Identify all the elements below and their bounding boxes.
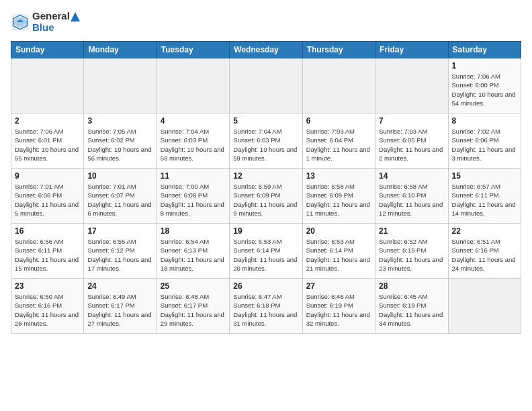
svg-marker-3 [71,12,80,21]
calendar-cell: 24Sunrise: 6:49 AM Sunset: 6:17 PM Dayli… [84,279,157,334]
day-number: 5 [233,116,298,126]
day-number: 23 [15,281,80,291]
day-number: 16 [15,226,80,236]
calendar-cell: 7Sunrise: 7:03 AM Sunset: 6:05 PM Daylig… [375,113,448,169]
week-row-5: 23Sunrise: 6:50 AM Sunset: 6:16 PM Dayli… [11,279,521,334]
calendar-cell: 26Sunrise: 6:47 AM Sunset: 6:18 PM Dayli… [230,279,302,334]
day-info: Sunrise: 7:03 AM Sunset: 6:04 PM Dayligh… [306,127,371,163]
calendar-cell [157,58,229,113]
day-number: 19 [233,226,298,236]
calendar-cell: 25Sunrise: 6:48 AM Sunset: 6:17 PM Dayli… [157,279,229,334]
calendar-cell: 4Sunrise: 7:04 AM Sunset: 6:03 PM Daylig… [157,113,229,169]
day-number: 28 [379,281,444,291]
day-info: Sunrise: 6:53 AM Sunset: 6:14 PM Dayligh… [306,237,371,273]
day-info: Sunrise: 6:59 AM Sunset: 6:09 PM Dayligh… [233,182,298,218]
weekday-header-sunday: Sunday [11,42,84,58]
calendar-cell [375,58,448,113]
day-info: Sunrise: 7:02 AM Sunset: 6:06 PM Dayligh… [452,127,517,163]
day-info: Sunrise: 7:05 AM Sunset: 6:02 PM Dayligh… [87,127,152,163]
day-info: Sunrise: 6:57 AM Sunset: 6:11 PM Dayligh… [452,182,517,218]
day-number: 21 [379,226,444,236]
day-info: Sunrise: 6:56 AM Sunset: 6:11 PM Dayligh… [15,237,80,273]
calendar-cell: 16Sunrise: 6:56 AM Sunset: 6:11 PM Dayli… [11,224,84,279]
calendar-cell: 27Sunrise: 6:46 AM Sunset: 6:19 PM Dayli… [302,279,375,334]
weekday-header-monday: Monday [84,42,157,58]
day-number: 12 [233,171,298,181]
calendar-cell: 12Sunrise: 6:59 AM Sunset: 6:09 PM Dayli… [230,169,302,224]
day-info: Sunrise: 7:06 AM Sunset: 6:00 PM Dayligh… [452,72,517,107]
day-number: 20 [306,226,371,236]
calendar-cell: 3Sunrise: 7:05 AM Sunset: 6:02 PM Daylig… [84,113,157,169]
logo-general: General [32,10,70,21]
calendar-cell: 10Sunrise: 7:01 AM Sunset: 6:07 PM Dayli… [84,169,157,224]
day-number: 18 [161,226,226,236]
day-info: Sunrise: 6:50 AM Sunset: 6:16 PM Dayligh… [15,292,80,328]
calendar-cell [11,58,84,113]
logo-icon [11,13,30,32]
logo: General Blue [11,11,80,33]
day-info: Sunrise: 7:01 AM Sunset: 6:06 PM Dayligh… [15,182,80,218]
weekday-header-tuesday: Tuesday [157,42,229,58]
calendar-cell: 22Sunrise: 6:51 AM Sunset: 6:16 PM Dayli… [448,224,521,279]
day-info: Sunrise: 6:54 AM Sunset: 6:13 PM Dayligh… [161,237,226,273]
calendar-cell: 2Sunrise: 7:06 AM Sunset: 6:01 PM Daylig… [11,113,84,169]
day-info: Sunrise: 6:48 AM Sunset: 6:17 PM Dayligh… [161,292,226,328]
weekday-header-friday: Friday [375,42,448,58]
day-info: Sunrise: 6:51 AM Sunset: 6:16 PM Dayligh… [452,237,517,273]
day-number: 11 [161,171,226,181]
calendar-cell: 20Sunrise: 6:53 AM Sunset: 6:14 PM Dayli… [302,224,375,279]
day-number: 9 [15,171,80,181]
day-number: 10 [87,171,152,181]
day-info: Sunrise: 6:58 AM Sunset: 6:09 PM Dayligh… [306,182,371,218]
week-row-3: 9Sunrise: 7:01 AM Sunset: 6:06 PM Daylig… [11,169,521,224]
calendar-cell: 5Sunrise: 7:04 AM Sunset: 6:03 PM Daylig… [230,113,302,169]
calendar-cell: 6Sunrise: 7:03 AM Sunset: 6:04 PM Daylig… [302,113,375,169]
day-number: 25 [161,281,226,291]
day-number: 22 [452,226,517,236]
day-number: 3 [87,116,152,126]
day-info: Sunrise: 7:04 AM Sunset: 6:03 PM Dayligh… [233,127,298,163]
day-number: 17 [87,226,152,236]
day-number: 8 [452,116,517,126]
calendar-table: SundayMondayTuesdayWednesdayThursdayFrid… [11,41,521,334]
logo-blue-text: Blue [32,22,80,34]
day-number: 26 [233,281,298,291]
day-info: Sunrise: 6:45 AM Sunset: 6:19 PM Dayligh… [379,292,444,328]
day-info: Sunrise: 6:55 AM Sunset: 6:12 PM Dayligh… [87,237,152,273]
week-row-4: 16Sunrise: 6:56 AM Sunset: 6:11 PM Dayli… [11,224,521,279]
calendar-cell: 15Sunrise: 6:57 AM Sunset: 6:11 PM Dayli… [448,169,521,224]
calendar-cell: 18Sunrise: 6:54 AM Sunset: 6:13 PM Dayli… [157,224,229,279]
day-info: Sunrise: 6:47 AM Sunset: 6:18 PM Dayligh… [233,292,298,328]
calendar-cell: 11Sunrise: 7:00 AM Sunset: 6:08 PM Dayli… [157,169,229,224]
day-number: 24 [87,281,152,291]
day-info: Sunrise: 6:53 AM Sunset: 6:14 PM Dayligh… [233,237,298,273]
day-number: 7 [379,116,444,126]
calendar-cell [302,58,375,113]
calendar-cell: 23Sunrise: 6:50 AM Sunset: 6:16 PM Dayli… [11,279,84,334]
week-row-2: 2Sunrise: 7:06 AM Sunset: 6:01 PM Daylig… [11,113,521,169]
day-info: Sunrise: 7:01 AM Sunset: 6:07 PM Dayligh… [87,182,152,218]
day-info: Sunrise: 6:52 AM Sunset: 6:15 PM Dayligh… [379,237,444,273]
weekday-header-row: SundayMondayTuesdayWednesdayThursdayFrid… [11,42,521,58]
day-info: Sunrise: 6:46 AM Sunset: 6:19 PM Dayligh… [306,292,371,328]
logo-triangle-icon [71,12,80,21]
day-number: 1 [452,61,517,71]
calendar-cell: 9Sunrise: 7:01 AM Sunset: 6:06 PM Daylig… [11,169,84,224]
calendar-cell: 13Sunrise: 6:58 AM Sunset: 6:09 PM Dayli… [302,169,375,224]
day-info: Sunrise: 7:04 AM Sunset: 6:03 PM Dayligh… [161,127,226,163]
calendar-cell [230,58,302,113]
day-info: Sunrise: 6:58 AM Sunset: 6:10 PM Dayligh… [379,182,444,218]
day-info: Sunrise: 7:00 AM Sunset: 6:08 PM Dayligh… [161,182,226,218]
calendar-cell: 21Sunrise: 6:52 AM Sunset: 6:15 PM Dayli… [375,224,448,279]
calendar-cell: 28Sunrise: 6:45 AM Sunset: 6:19 PM Dayli… [375,279,448,334]
logo-text: General Blue [32,11,80,33]
day-number: 27 [306,281,371,291]
calendar-cell: 14Sunrise: 6:58 AM Sunset: 6:10 PM Dayli… [375,169,448,224]
calendar-cell [84,58,157,113]
calendar-cell: 1Sunrise: 7:06 AM Sunset: 6:00 PM Daylig… [448,58,521,113]
week-row-1: 1Sunrise: 7:06 AM Sunset: 6:00 PM Daylig… [11,58,521,113]
weekday-header-saturday: Saturday [448,42,521,58]
weekday-header-wednesday: Wednesday [230,42,302,58]
day-info: Sunrise: 6:49 AM Sunset: 6:17 PM Dayligh… [87,292,152,328]
calendar-cell: 8Sunrise: 7:02 AM Sunset: 6:06 PM Daylig… [448,113,521,169]
